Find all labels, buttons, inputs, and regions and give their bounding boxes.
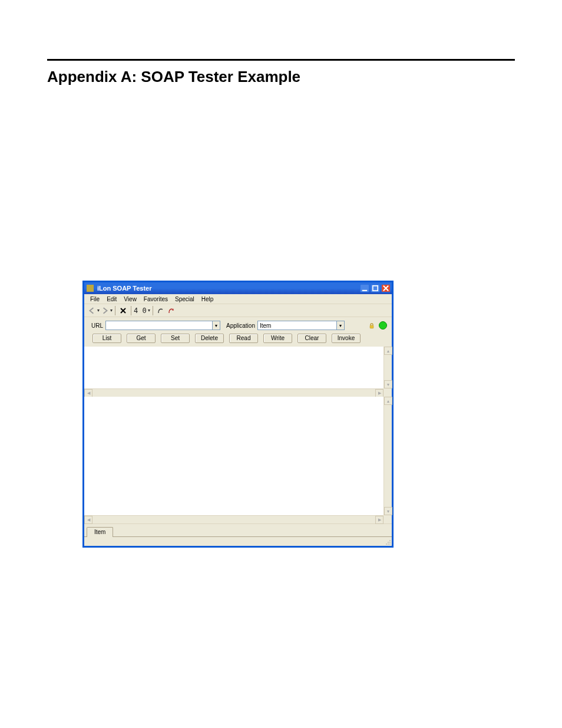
clear-button[interactable]: Clear bbox=[297, 334, 326, 343]
menu-special[interactable]: Special bbox=[171, 295, 198, 303]
set-button[interactable]: Set bbox=[161, 334, 190, 343]
svg-point-4 bbox=[388, 542, 389, 543]
request-pane[interactable]: ▲ ▼ ◀ ▶ bbox=[84, 347, 392, 397]
scroll-up-icon[interactable]: ▲ bbox=[384, 347, 392, 355]
stop-button[interactable] bbox=[118, 307, 128, 314]
menu-file[interactable]: File bbox=[87, 295, 103, 303]
url-label: URL bbox=[91, 322, 103, 329]
statusbar bbox=[84, 536, 392, 546]
scrollbar-vertical[interactable]: ▲ ▼ bbox=[384, 347, 392, 388]
application-combobox[interactable]: ▼ bbox=[257, 321, 345, 330]
forward-dropdown-icon[interactable]: ▾ bbox=[110, 308, 113, 313]
svg-point-6 bbox=[386, 543, 387, 545]
app-icon bbox=[87, 285, 94, 292]
url-row: URL ▼ Application ▼ bbox=[84, 317, 392, 332]
lock-icon bbox=[368, 322, 375, 329]
scrollbar-corner bbox=[384, 515, 392, 523]
url-dropdown-icon[interactable]: ▼ bbox=[212, 321, 220, 330]
scroll-up-icon[interactable]: ▲ bbox=[384, 397, 392, 405]
maximize-button[interactable] bbox=[371, 284, 380, 292]
read-button[interactable]: Read bbox=[229, 334, 258, 343]
delete-button[interactable]: Delete bbox=[195, 334, 224, 343]
forward-button[interactable] bbox=[100, 307, 110, 314]
minimize-button[interactable] bbox=[360, 284, 369, 292]
scrollbar-corner bbox=[384, 388, 392, 397]
svg-point-5 bbox=[389, 542, 391, 543]
scroll-down-icon[interactable]: ▼ bbox=[384, 380, 392, 388]
svg-point-3 bbox=[389, 540, 391, 541]
menu-help[interactable]: Help bbox=[198, 295, 217, 303]
scrollbar-horizontal[interactable]: ◀ ▶ bbox=[84, 388, 384, 397]
application-dropdown-icon[interactable]: ▼ bbox=[336, 321, 344, 330]
list-button[interactable]: List bbox=[92, 334, 121, 343]
svg-rect-1 bbox=[373, 286, 378, 291]
scrollbar-vertical[interactable]: ▲ ▼ bbox=[384, 397, 392, 515]
titlebar[interactable]: iLon SOAP Tester bbox=[84, 282, 392, 294]
url-input[interactable] bbox=[106, 321, 212, 330]
toolbar-separator bbox=[131, 306, 131, 315]
scrollbar-horizontal[interactable]: ◀ ▶ bbox=[84, 515, 384, 523]
menu-edit[interactable]: Edit bbox=[103, 295, 120, 303]
resize-grip-icon[interactable] bbox=[384, 538, 392, 546]
toolbar-separator bbox=[115, 306, 115, 315]
menu-favorites[interactable]: Favorites bbox=[140, 295, 171, 303]
window-title: iLon SOAP Tester bbox=[97, 285, 360, 292]
write-button[interactable]: Write bbox=[263, 334, 292, 343]
tab-row: Item bbox=[84, 523, 392, 536]
zoom-level: 4 0 bbox=[134, 307, 147, 315]
scroll-left-icon[interactable]: ◀ bbox=[84, 516, 92, 524]
scroll-down-icon[interactable]: ▼ bbox=[384, 507, 392, 515]
status-indicator bbox=[379, 321, 387, 330]
application-label: Application bbox=[226, 322, 255, 329]
close-button[interactable] bbox=[381, 284, 391, 292]
horizontal-rule bbox=[47, 59, 515, 61]
toolbar-separator bbox=[153, 306, 153, 315]
svg-rect-2 bbox=[370, 325, 373, 328]
application-input[interactable] bbox=[258, 321, 336, 330]
back-button[interactable] bbox=[87, 307, 97, 314]
tab-item[interactable]: Item bbox=[87, 527, 113, 537]
action-button-row: List Get Set Delete Read Write Clear Inv… bbox=[84, 332, 392, 347]
svg-point-8 bbox=[389, 543, 391, 545]
scroll-right-icon[interactable]: ▶ bbox=[375, 516, 384, 524]
favorites-icon[interactable] bbox=[166, 307, 177, 314]
url-combobox[interactable]: ▼ bbox=[105, 321, 220, 330]
content-panes: ▲ ▼ ◀ ▶ ▲ ▼ ◀ ▶ bbox=[84, 347, 392, 523]
svg-rect-0 bbox=[362, 290, 367, 291]
menu-view[interactable]: View bbox=[120, 295, 140, 303]
appendix-heading: Appendix A: SOAP Tester Example bbox=[47, 68, 515, 86]
zoom-dropdown-icon[interactable]: ▾ bbox=[148, 308, 150, 313]
scroll-right-icon[interactable]: ▶ bbox=[375, 389, 384, 397]
invoke-button[interactable]: Invoke bbox=[332, 334, 361, 343]
get-button[interactable]: Get bbox=[127, 334, 156, 343]
soap-tester-window: iLon SOAP Tester File Edit View Favorite… bbox=[82, 281, 394, 548]
history-icon[interactable] bbox=[156, 307, 166, 314]
toolbar: ▾ ▾ 4 0 ▾ bbox=[84, 304, 392, 317]
svg-point-7 bbox=[388, 543, 389, 545]
response-pane[interactable]: ▲ ▼ ◀ ▶ bbox=[84, 397, 392, 523]
scroll-left-icon[interactable]: ◀ bbox=[84, 389, 92, 397]
menubar: File Edit View Favorites Special Help bbox=[84, 294, 392, 304]
